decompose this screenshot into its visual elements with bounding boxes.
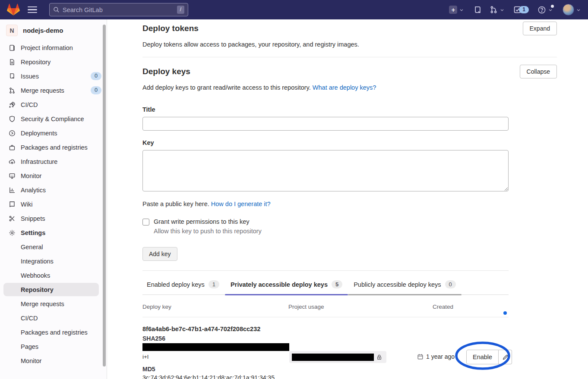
sidebar-item-merge-requests[interactable]: Merge requests 0 (0, 83, 107, 97)
row-actions: Enable (466, 350, 512, 364)
new-menu-button[interactable]: + (449, 6, 464, 14)
settings-repository-page: Deploy tokens Expand Deploy tokens allow… (107, 19, 588, 379)
sidebar-item-analytics[interactable]: Analytics (0, 183, 107, 197)
md5-label: MD5 (142, 366, 155, 373)
tab-count-badge: 5 (332, 280, 342, 288)
add-key-button[interactable]: Add key (142, 247, 177, 261)
lock-icon (376, 354, 383, 360)
sidebar-subitem-monitor[interactable]: Monitor (0, 354, 107, 368)
issues-nav-icon[interactable] (474, 6, 482, 14)
sidebar-subitem-pages[interactable]: Pages (0, 339, 107, 354)
annotation-dot (503, 311, 507, 315)
deploy-tokens-expand-button[interactable]: Expand (523, 22, 557, 35)
gitlab-logo-icon[interactable] (7, 3, 20, 16)
sidebar-item-monitor[interactable]: Monitor (0, 169, 107, 183)
merge-request-icon (9, 87, 16, 94)
top-navbar: Search GitLab / + 1 (0, 0, 588, 19)
monitor-icon (9, 172, 16, 179)
title-label: Title (142, 106, 509, 113)
package-icon (9, 144, 16, 151)
tab-enabled-deploy-keys[interactable]: Enabled deploy keys 1 (142, 280, 225, 294)
search-input[interactable]: Search GitLab / (49, 3, 188, 16)
merge-requests-nav-button[interactable] (490, 6, 505, 14)
sidebar-item-repository[interactable]: Repository (0, 55, 107, 69)
chevron-down-icon (499, 7, 505, 13)
sidebar-item-security-compliance[interactable]: Security & Compliance (0, 112, 107, 126)
key-textarea[interactable] (142, 150, 509, 191)
cloud-gear-icon (9, 158, 16, 165)
user-menu-button[interactable] (563, 4, 581, 16)
todo-count-badge: 1 (519, 6, 529, 13)
sidebar-item-project-information[interactable]: Project information (0, 41, 107, 55)
wiki-icon (9, 201, 16, 208)
sidebar-item-issues[interactable]: Issues 0 (0, 69, 107, 83)
deploy-keys-collapse-button[interactable]: Collapse (520, 65, 557, 78)
deploy-tokens-description: Deploy tokens allow access to packages, … (142, 41, 588, 48)
sidebar-subitem-repository[interactable]: Repository (0, 282, 107, 297)
sidebar-subitem-merge-requests[interactable]: Merge requests (0, 297, 107, 311)
help-menu-button[interactable] (537, 6, 553, 14)
search-icon (53, 6, 60, 13)
edit-key-button[interactable] (499, 350, 512, 364)
deploy-keys-description: Add deploy keys to grant read/write acce… (142, 84, 588, 91)
deploy-keys-title: Deploy keys (142, 63, 190, 76)
sidebar-subitem-integrations[interactable]: Integrations (0, 254, 107, 268)
column-created: Created (433, 304, 509, 310)
redacted-sha256-fingerprint (142, 343, 289, 351)
deploy-keys-tabs: Enabled deploy keys 1 Privately accessib… (142, 280, 509, 295)
merge-request-icon (490, 6, 498, 14)
project-sidebar: N nodejs-demo Project information Reposi… (0, 19, 107, 379)
what-are-deploy-keys-link[interactable]: What are deploy keys? (313, 84, 376, 91)
deployments-icon (9, 130, 16, 137)
column-deploy-key: Deploy key (142, 304, 288, 310)
project-avatar: N (6, 25, 18, 36)
calendar-icon (417, 354, 424, 360)
section-divider (142, 57, 557, 57)
rocket-icon (9, 101, 16, 108)
sidebar-item-snippets[interactable]: Snippets (0, 211, 107, 226)
gear-icon (9, 229, 16, 236)
deploy-key-form: Title Key Paste a public key here. How d… (142, 106, 509, 271)
sidebar-subitem-packages-registries[interactable]: Packages and registries (0, 325, 107, 339)
issues-icon (9, 73, 16, 80)
sidebar-item-infrastructure[interactable]: Infrastructure (0, 154, 107, 169)
sidebar-item-wiki[interactable]: Wiki (0, 197, 107, 211)
chevron-down-icon (459, 7, 464, 13)
search-placeholder: Search GitLab (63, 6, 174, 13)
tab-privately-accessible-deploy-keys[interactable]: Privately accessible deploy keys 5 (225, 280, 348, 294)
write-permission-checkbox[interactable] (142, 219, 149, 226)
key-hint: Paste a public key here. How do I genera… (142, 200, 509, 207)
help-icon (537, 6, 546, 14)
sidebar-subitem-webhooks[interactable]: Webhooks (0, 268, 107, 282)
sidebar-item-settings[interactable]: Settings (0, 226, 107, 240)
tab-count-badge: 1 (209, 280, 219, 288)
enable-button[interactable]: Enable (466, 350, 499, 364)
project-usage-pill[interactable] (289, 351, 386, 363)
sidebar-scrollbar[interactable] (103, 25, 106, 366)
sidebar-item-ci-cd[interactable]: CI/CD (0, 97, 107, 112)
deploy-keys-table-header: Deploy key Project usage Created (142, 304, 509, 317)
issues-count-badge: 0 (91, 72, 101, 80)
sidebar-subitem-general[interactable]: General (0, 240, 107, 254)
tab-publicly-accessible-deploy-keys[interactable]: Publicly accessible deploy keys 0 (348, 280, 462, 294)
created-cell: 1 year ago (417, 353, 455, 360)
sidebar-item-deployments[interactable]: Deployments (0, 126, 107, 140)
md5-fingerprint: 3c:74:3d:62:94:6e:b1:14:21:d8:ac:7d:1a:9… (142, 374, 275, 379)
hamburger-menu-icon[interactable] (28, 6, 37, 13)
sidebar-item-packages-registries[interactable]: Packages and registries (0, 140, 107, 154)
chevron-down-icon (548, 7, 553, 13)
how-generate-link[interactable]: How do I generate it? (211, 200, 271, 207)
merge-requests-count-badge: 0 (91, 86, 101, 94)
user-avatar (563, 4, 574, 16)
plus-icon: + (449, 6, 457, 14)
notification-dot (551, 5, 554, 8)
deploy-tokens-title: Deploy tokens (142, 19, 199, 33)
todos-button[interactable]: 1 (513, 6, 529, 14)
sidebar-subitem-ci-cd[interactable]: CI/CD (0, 311, 107, 325)
project-header[interactable]: N nodejs-demo (0, 19, 107, 41)
title-input[interactable] (142, 117, 509, 131)
snippets-icon (9, 215, 16, 222)
chevron-down-icon (576, 7, 581, 13)
deploy-key-row: 8f6a4ab6-be7c-47b1-a474-702f208cc232 SHA… (142, 317, 557, 379)
write-permission-help: Allow this key to push to this repositor… (154, 228, 509, 235)
